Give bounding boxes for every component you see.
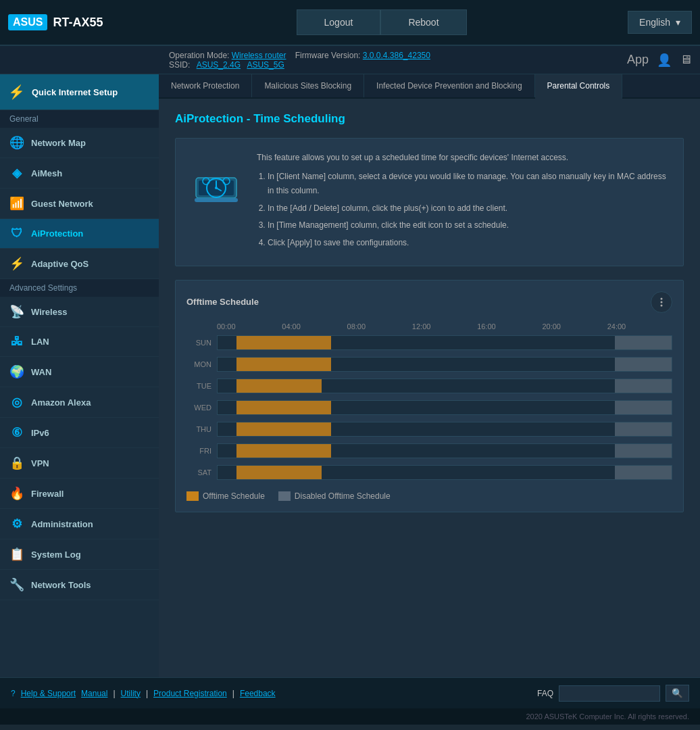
sidebar-item-guest-network[interactable]: 📶 Guest Network	[0, 189, 159, 219]
schedule-grid: SUNMONTUEWEDTHUFRISAT	[186, 333, 672, 482]
day-row-sun: SUN	[186, 333, 672, 352]
help-support-link[interactable]: Help & Support	[21, 689, 76, 698]
sidebar-item-amazon-alexa[interactable]: ◎ Amazon Alexa	[0, 387, 159, 418]
sidebar-item-vpn[interactable]: 🔒 VPN	[0, 448, 159, 479]
aiprotection-icon: 🛡	[9, 226, 24, 241]
user-icon[interactable]: 👤	[657, 53, 672, 68]
legend-offtime-label: Offtime Schedule	[203, 491, 265, 501]
guest-network-icon: 📶	[9, 196, 24, 211]
firmware-value[interactable]: 3.0.0.4.386_42350	[363, 51, 430, 60]
sidebar-item-label: IPv6	[31, 428, 49, 438]
sidebar-item-label: LAN	[31, 337, 49, 347]
sidebar-item-wireless[interactable]: 📡 Wireless	[0, 297, 159, 327]
sidebar-item-network-map[interactable]: 🌐 Network Map	[0, 128, 159, 158]
logout-button[interactable]: Logout	[297, 9, 381, 35]
day-cells-thu[interactable]	[217, 422, 672, 437]
time-labels: 00:00 04:00 08:00 12:00 16:00 20:00 24:0…	[217, 322, 672, 331]
sidebar: ⚡ Quick Internet Setup General 🌐 Network…	[0, 74, 159, 677]
feedback-link[interactable]: Feedback	[240, 689, 276, 698]
ssid-2g[interactable]: ASUS_2.4G	[197, 60, 241, 70]
day-cells-mon[interactable]	[217, 357, 672, 372]
sidebar-item-label: AiMesh	[31, 168, 62, 178]
faq-search-input[interactable]	[559, 685, 660, 702]
alexa-icon: ◎	[9, 395, 24, 410]
tab-network-protection[interactable]: Network Protection	[159, 74, 252, 97]
firmware-label: Firmware Version:	[295, 51, 361, 60]
footer: ? Help & Support Manual| Utility| Produc…	[0, 677, 700, 708]
sidebar-item-adaptive-qos[interactable]: ⚡ Adaptive QoS	[0, 249, 159, 279]
svg-rect-2	[195, 198, 238, 202]
administration-icon: ⚙	[9, 516, 24, 531]
asus-logo: ASUS	[8, 14, 47, 30]
reboot-button[interactable]: Reboot	[380, 9, 466, 35]
day-row-tue: TUE	[186, 376, 672, 395]
general-section-label: General	[0, 110, 159, 128]
sidebar-item-wan[interactable]: 🌍 WAN	[0, 357, 159, 387]
legend-gray-box	[278, 491, 291, 501]
sidebar-item-lan[interactable]: 🖧 LAN	[0, 327, 159, 357]
time-label-6: 24:00	[607, 322, 672, 331]
tab-parental-controls[interactable]: Parental Controls	[535, 74, 623, 99]
manual-link[interactable]: Manual	[81, 689, 107, 698]
tab-infected-device[interactable]: Infected Device Prevention and Blocking	[364, 74, 534, 97]
tab-malicious-sites[interactable]: Malicious Sites Blocking	[252, 74, 364, 97]
day-cells-tue[interactable]	[217, 379, 672, 393]
day-row-sat: SAT	[186, 463, 672, 482]
legend-orange-box	[186, 491, 199, 501]
cell-block-gray	[615, 466, 672, 479]
legend-offtime: Offtime Schedule	[186, 491, 265, 501]
info-steps-list: In [Client Name] column, select a device…	[268, 170, 670, 251]
quick-internet-setup[interactable]: ⚡ Quick Internet Setup	[0, 74, 159, 110]
faq-search-button[interactable]: 🔍	[666, 685, 689, 702]
faq-label: FAQ	[537, 689, 553, 698]
day-cells-wed[interactable]	[217, 400, 672, 415]
time-label-5: 20:00	[542, 322, 607, 331]
day-label-wed: WED	[186, 404, 217, 412]
sidebar-item-aimesh[interactable]: ◈ AiMesh	[0, 158, 159, 189]
sidebar-item-label: Guest Network	[31, 199, 93, 209]
day-cells-sun[interactable]	[217, 335, 672, 350]
cell-block-gray	[615, 422, 672, 436]
product-reg-link[interactable]: Product Registration	[153, 689, 227, 698]
page-title: AiProtection - Time Scheduling	[175, 112, 684, 126]
cell-block-orange	[236, 379, 322, 393]
sidebar-item-aiprotection[interactable]: 🛡 AiProtection	[0, 219, 159, 249]
content-area: Network Protection Malicious Sites Block…	[159, 74, 700, 677]
main-layout: ⚡ Quick Internet Setup General 🌐 Network…	[0, 74, 700, 677]
operation-mode-value[interactable]: Wireless router	[232, 51, 286, 60]
top-bar: ASUS RT-AX55 Logout Reboot English ▾	[0, 0, 700, 46]
sidebar-item-administration[interactable]: ⚙ Administration	[0, 509, 159, 539]
sidebar-item-system-log[interactable]: 📋 System Log	[0, 539, 159, 570]
sidebar-item-network-tools[interactable]: 🔧 Network Tools	[0, 570, 159, 600]
day-cells-sat[interactable]	[217, 465, 672, 480]
sidebar-item-ipv6[interactable]: ⑥ IPv6	[0, 418, 159, 448]
day-row-wed: WED	[186, 398, 672, 417]
day-row-mon: MON	[186, 355, 672, 374]
utility-link[interactable]: Utility	[121, 689, 141, 698]
faq-area: FAQ 🔍	[537, 685, 689, 702]
cell-block-orange	[236, 422, 331, 436]
app-label: App	[627, 53, 649, 67]
schedule-menu-button[interactable]	[651, 291, 672, 313]
schedule-section: Offtime Schedule 00:00 04:00 08:00 12:0	[175, 280, 684, 512]
wan-icon: 🌍	[9, 364, 24, 379]
language-selector[interactable]: English ▾	[628, 11, 692, 34]
cell-block-gray	[615, 336, 672, 349]
time-label-1: 04:00	[282, 322, 347, 331]
ssid-5g[interactable]: ASUS_5G	[247, 60, 284, 70]
tabs: Network Protection Malicious Sites Block…	[159, 74, 700, 99]
aimesh-icon: ◈	[9, 166, 24, 180]
info-step-2: In the [Add / Delete] column, click the …	[268, 201, 670, 216]
chevron-down-icon: ▾	[676, 17, 680, 28]
sidebar-item-firewall[interactable]: 🔥 Firewall	[0, 479, 159, 509]
sidebar-item-label: Network Tools	[31, 580, 91, 590]
copyright: 2020 ASUSTeK Computer Inc. All rights re…	[0, 708, 700, 725]
day-label-mon: MON	[186, 360, 217, 368]
monitor-icon[interactable]: 🖥	[680, 53, 692, 67]
day-label-sun: SUN	[186, 339, 217, 347]
day-cells-fri[interactable]	[217, 443, 672, 458]
system-log-icon: 📋	[9, 547, 24, 562]
day-label-thu: THU	[186, 425, 217, 433]
time-label-3: 12:00	[412, 322, 477, 331]
day-row-fri: FRI	[186, 441, 672, 460]
